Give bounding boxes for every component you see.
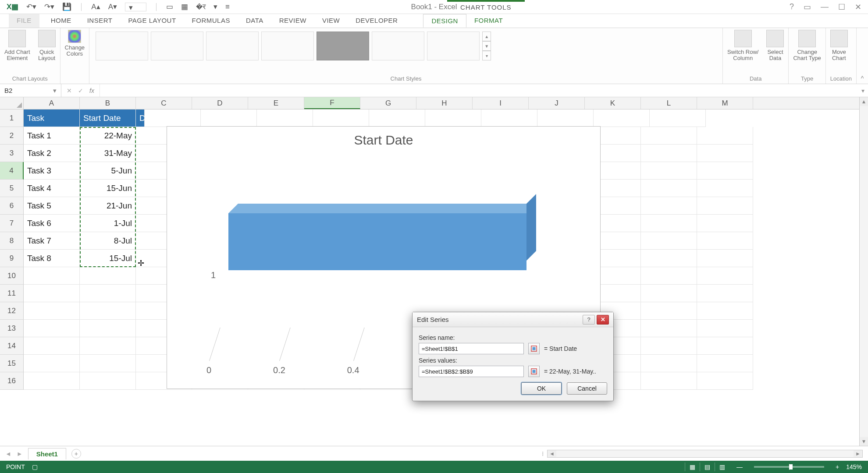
add-sheet-icon[interactable]: + <box>71 449 81 459</box>
sheet-nav-next-icon[interactable]: ► <box>17 450 23 457</box>
view-normal-icon[interactable]: ▦ <box>685 462 700 471</box>
cell[interactable] <box>697 355 753 372</box>
cell[interactable]: Task 4 <box>24 180 80 197</box>
cell[interactable] <box>641 232 697 250</box>
cell[interactable]: Task 2 <box>24 145 80 162</box>
cell[interactable]: 8-Jul <box>80 232 136 250</box>
row-header[interactable]: 10 <box>0 267 24 285</box>
cell[interactable] <box>697 197 753 215</box>
row-header[interactable]: 1 <box>0 109 24 127</box>
chart-plot-area[interactable]: 1 <box>206 161 574 336</box>
row-header[interactable]: 15 <box>0 355 24 372</box>
cell[interactable] <box>24 337 80 355</box>
column-header-D[interactable]: D <box>192 97 248 109</box>
cell[interactable] <box>697 337 753 355</box>
row-header[interactable]: 3 <box>0 145 24 162</box>
cell[interactable] <box>641 215 697 232</box>
cell[interactable]: 22-May <box>80 127 136 145</box>
range-picker-icon[interactable] <box>528 343 540 354</box>
cell[interactable] <box>537 109 594 127</box>
add-chart-element-button[interactable]: Add Chart Element <box>4 30 30 62</box>
style-scroll[interactable]: ▲▼▾ <box>482 32 491 60</box>
row-header[interactable]: 9 <box>0 250 24 267</box>
collapse-ribbon-icon[interactable]: ^ <box>857 28 868 84</box>
cell[interactable] <box>650 109 706 127</box>
quick-layout-button[interactable]: Quick Layout <box>38 30 56 62</box>
cell[interactable]: Start Date <box>80 109 136 127</box>
style-thumb-3[interactable] <box>206 32 259 60</box>
close-icon[interactable]: ✕ <box>855 2 861 12</box>
tab-page-layout[interactable]: PAGE LAYOUT <box>120 14 184 28</box>
cell[interactable]: Task 6 <box>24 215 80 232</box>
cell[interactable] <box>697 215 753 232</box>
view-page-break-icon[interactable]: ▥ <box>715 462 729 471</box>
cell[interactable]: Task 1 <box>24 127 80 145</box>
qat-btn-4-icon[interactable]: ▾ <box>213 2 217 11</box>
style-thumb-1[interactable] <box>96 32 148 60</box>
cell[interactable] <box>697 285 753 302</box>
tab-file[interactable]: FILE <box>9 14 39 28</box>
font-decrease-icon[interactable]: A▾ <box>108 2 117 11</box>
chart-title[interactable]: Start Date <box>167 127 600 156</box>
redo-icon[interactable]: ↷▾ <box>44 2 54 11</box>
tab-formulas[interactable]: FORMULAS <box>184 14 238 28</box>
range-picker-icon[interactable] <box>528 366 540 377</box>
scroll-right-icon[interactable]: ► <box>854 450 862 457</box>
cell[interactable] <box>641 250 697 267</box>
cell[interactable] <box>697 127 753 145</box>
column-header-A[interactable]: A <box>24 97 80 109</box>
formula-input[interactable] <box>100 84 857 97</box>
qat-combo[interactable]: ▾ <box>125 3 146 11</box>
row-header[interactable]: 4 <box>0 162 24 180</box>
cell[interactable]: 5-Jun <box>80 162 136 180</box>
column-header-I[interactable]: I <box>473 97 529 109</box>
cell[interactable]: Task <box>24 109 80 127</box>
cell[interactable] <box>697 372 753 390</box>
cell[interactable] <box>481 109 537 127</box>
cell[interactable]: D <box>136 109 145 127</box>
dialog-help-icon[interactable]: ? <box>583 315 595 325</box>
chart-styles-gallery[interactable]: ▲▼▾ <box>94 30 493 62</box>
column-header-L[interactable]: L <box>641 97 697 109</box>
cell[interactable] <box>80 355 136 372</box>
column-header-F[interactable]: F <box>304 97 360 109</box>
zoom-level[interactable]: 145% <box>846 463 862 470</box>
sheet-nav-prev-icon[interactable]: ◄ <box>5 450 11 457</box>
cell[interactable] <box>313 109 369 127</box>
help-icon[interactable]: ? <box>790 2 794 12</box>
cell[interactable] <box>641 372 697 390</box>
macro-record-icon[interactable]: ▢ <box>32 463 38 470</box>
dialog-close-icon[interactable]: ✕ <box>597 315 609 325</box>
horizontal-scrollbar[interactable]: ◄ ► <box>547 450 863 458</box>
cell[interactable] <box>80 285 136 302</box>
maximize-icon[interactable]: ☐ <box>838 2 845 12</box>
cell[interactable]: 15-Jul <box>80 250 136 267</box>
style-thumb-6[interactable] <box>372 32 424 60</box>
cell[interactable] <box>641 267 697 285</box>
move-chart-button[interactable]: Move Chart <box>830 30 848 62</box>
row-header[interactable]: 8 <box>0 232 24 250</box>
tab-design[interactable]: DESIGN <box>423 14 466 28</box>
cell[interactable] <box>24 320 80 337</box>
vertical-scrollbar[interactable]: ▲ ▼ <box>859 97 868 446</box>
column-header-J[interactable]: J <box>529 97 585 109</box>
tab-format[interactable]: FORMAT <box>466 14 511 28</box>
cell[interactable]: 15-Jun <box>80 180 136 197</box>
style-thumb-5[interactable] <box>317 32 369 60</box>
row-header[interactable]: 11 <box>0 285 24 302</box>
cell[interactable]: Task 5 <box>24 197 80 215</box>
row-header[interactable]: 6 <box>0 197 24 215</box>
cell[interactable] <box>641 320 697 337</box>
cell[interactable] <box>201 109 257 127</box>
cell[interactable] <box>697 180 753 197</box>
cancel-formula-icon[interactable]: ✕ <box>67 87 72 94</box>
qat-btn-1-icon[interactable]: ▭ <box>166 2 173 11</box>
switch-row-column-button[interactable]: Switch Row/ Column <box>727 30 759 62</box>
column-header-G[interactable]: G <box>360 97 416 109</box>
cell[interactable] <box>697 267 753 285</box>
expand-formula-icon[interactable]: ▾ <box>857 84 868 97</box>
save-icon[interactable]: 💾 <box>62 2 71 11</box>
sheet-tab[interactable]: Sheet1 <box>28 448 66 459</box>
series-values-input[interactable] <box>419 366 524 377</box>
change-colors-button[interactable]: Change Colors <box>65 30 85 57</box>
